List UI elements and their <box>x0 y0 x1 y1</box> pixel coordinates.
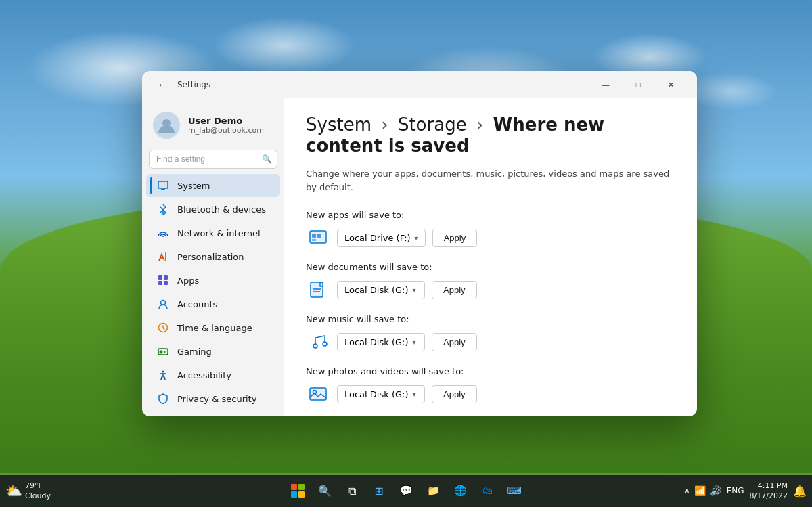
taskbar-right: ∧ 📶 🔊 ENG 4:11 PM 8/17/2022 🔔 <box>684 481 807 502</box>
sidebar-item-system[interactable]: System <box>146 174 280 197</box>
start-button[interactable] <box>286 479 310 503</box>
sidebar-item-privacy[interactable]: Privacy & security <box>146 387 280 410</box>
title-bar: ← Settings — □ ✕ <box>142 71 697 98</box>
sidebar-item-gaming-label: Gaming <box>177 347 212 357</box>
user-name: User Demo <box>188 116 273 126</box>
personalization-icon <box>157 250 169 263</box>
sidebar-item-accounts-label: Accounts <box>177 299 217 309</box>
system-tray: ∧ 📶 🔊 <box>684 485 721 496</box>
page-description: Change where your apps, documents, music… <box>306 167 675 194</box>
svg-rect-5 <box>158 275 162 280</box>
apps-drive-chevron: ▾ <box>415 234 418 242</box>
clock-date: 8/17/2022 <box>750 491 788 501</box>
svg-rect-26 <box>310 388 326 400</box>
sidebar-item-accessibility-label: Accessibility <box>177 370 231 380</box>
documents-apply-button[interactable]: Apply <box>432 281 477 299</box>
apps-icon <box>157 274 169 286</box>
taskbar-taskview-button[interactable]: ⧉ <box>340 479 364 503</box>
bluetooth-icon <box>157 203 169 215</box>
taskbar-vscode-button[interactable]: ⌨ <box>502 479 526 503</box>
sidebar-item-system-label: System <box>177 181 210 191</box>
music-save-icon <box>306 330 330 354</box>
apps-drive-select[interactable]: Local Drive (F:) ▾ <box>337 229 426 247</box>
window-controls: — □ ✕ <box>590 74 686 95</box>
sidebar-item-apps[interactable]: Apps <box>146 269 280 292</box>
window-body: User Demo m_lab@outlook.com 🔍 Syste <box>142 98 697 416</box>
notification-icon[interactable]: 🔔 <box>793 485 807 498</box>
documents-drive-value: Local Disk (G:) <box>344 285 408 295</box>
sidebar-item-network[interactable]: Network & internet <box>146 221 280 244</box>
breadcrumb-sep1: › <box>381 114 394 135</box>
taskbar-center: 🔍 ⧉ ⊞ 💬 📁 🌐 🛍 ⌨ <box>286 479 526 503</box>
svg-rect-30 <box>291 484 297 490</box>
taskbar: ⛅ 79°F Cloudy 🔍 ⧉ ⊞ 💬 📁 🌐 🛍 <box>0 475 812 507</box>
sidebar-item-bluetooth[interactable]: Bluetooth & devices <box>146 198 280 221</box>
save-item-documents: New documents will save to: <box>306 262 675 302</box>
svg-rect-2 <box>161 189 165 190</box>
documents-drive-select[interactable]: Local Disk (G:) ▾ <box>337 281 425 299</box>
taskbar-edge-button[interactable]: 🌐 <box>448 479 472 503</box>
network-tray-icon: 📶 <box>694 485 706 496</box>
music-apply-button[interactable]: Apply <box>432 333 477 351</box>
breadcrumb-part1: System <box>306 114 371 135</box>
volume-tray-icon[interactable]: 🔊 <box>710 485 721 496</box>
breadcrumb: System › Storage › Where new content is … <box>306 114 675 156</box>
save-row-apps: Local Drive (F:) ▾ Apply <box>306 225 675 250</box>
weather-icon: ⛅ <box>5 483 22 499</box>
search-input[interactable] <box>149 150 277 169</box>
svg-rect-8 <box>164 281 168 285</box>
sidebar-item-privacy-label: Privacy & security <box>177 394 256 404</box>
user-section: User Demo m_lab@outlook.com <box>142 104 284 150</box>
search-icon: 🔍 <box>262 154 272 164</box>
svg-rect-19 <box>317 234 321 238</box>
taskbar-search-button[interactable]: 🔍 <box>313 479 337 503</box>
apps-save-icon <box>306 225 330 250</box>
save-label-documents: New documents will save to: <box>306 262 675 272</box>
save-item-photos: New photos and videos will save to: <box>306 366 675 406</box>
sidebar-item-accessibility[interactable]: Accessibility <box>146 363 280 387</box>
back-button[interactable]: ← <box>153 75 172 94</box>
taskbar-widgets-button[interactable]: ⊞ <box>367 479 391 503</box>
svg-rect-1 <box>158 181 168 188</box>
save-row-photos: Local Disk (G:) ▾ Apply <box>306 382 675 406</box>
sidebar-nav: System Bluetooth & devices Network & int… <box>142 174 284 416</box>
clock-time: 4:11 PM <box>750 481 788 491</box>
svg-rect-33 <box>298 491 304 498</box>
documents-drive-chevron: ▾ <box>412 286 415 294</box>
window-title: Settings <box>177 80 210 89</box>
taskbar-store-button[interactable]: 🛍 <box>475 479 499 503</box>
maximize-button[interactable]: □ <box>623 74 654 95</box>
photos-drive-value: Local Disk (G:) <box>344 389 408 399</box>
user-info: User Demo m_lab@outlook.com <box>188 116 273 135</box>
svg-point-24 <box>313 344 317 348</box>
music-drive-select[interactable]: Local Disk (G:) ▾ <box>337 333 425 351</box>
apps-apply-button[interactable]: Apply <box>432 229 478 247</box>
clock[interactable]: 4:11 PM 8/17/2022 <box>750 481 788 502</box>
taskbar-weather: ⛅ 79°F Cloudy <box>5 481 60 502</box>
photos-apply-button[interactable]: Apply <box>432 385 477 403</box>
sidebar-item-gaming[interactable]: Gaming <box>146 340 280 363</box>
sidebar-item-accounts[interactable]: Accounts <box>146 292 280 315</box>
save-row-documents: Local Disk (G:) ▾ Apply <box>306 278 675 302</box>
sidebar: User Demo m_lab@outlook.com 🔍 Syste <box>142 98 284 416</box>
user-email: m_lab@outlook.com <box>188 126 273 135</box>
sidebar-item-apps-label: Apps <box>177 275 199 286</box>
search-box: 🔍 <box>149 150 277 169</box>
lang-indicator[interactable]: ENG <box>727 486 744 495</box>
close-button[interactable]: ✕ <box>655 74 686 95</box>
taskbar-chat-button[interactable]: 💬 <box>394 479 418 503</box>
sidebar-item-bluetooth-label: Bluetooth & devices <box>177 204 266 215</box>
sidebar-item-personalization[interactable]: Personalization <box>146 245 280 268</box>
taskbar-explorer-button[interactable]: 📁 <box>421 479 445 503</box>
minimize-button[interactable]: — <box>590 74 621 95</box>
apps-drive-value: Local Drive (F:) <box>344 233 411 243</box>
photos-drive-select[interactable]: Local Disk (G:) ▾ <box>337 385 425 403</box>
tray-chevron[interactable]: ∧ <box>684 486 690 495</box>
sidebar-item-time[interactable]: Time & language <box>146 316 280 339</box>
save-label-photos: New photos and videos will save to: <box>306 366 675 376</box>
svg-rect-7 <box>158 281 162 285</box>
sidebar-item-time-label: Time & language <box>177 323 252 333</box>
svg-rect-18 <box>312 234 316 238</box>
system-icon <box>157 179 169 192</box>
sidebar-item-update[interactable]: Windows Update <box>146 411 280 416</box>
